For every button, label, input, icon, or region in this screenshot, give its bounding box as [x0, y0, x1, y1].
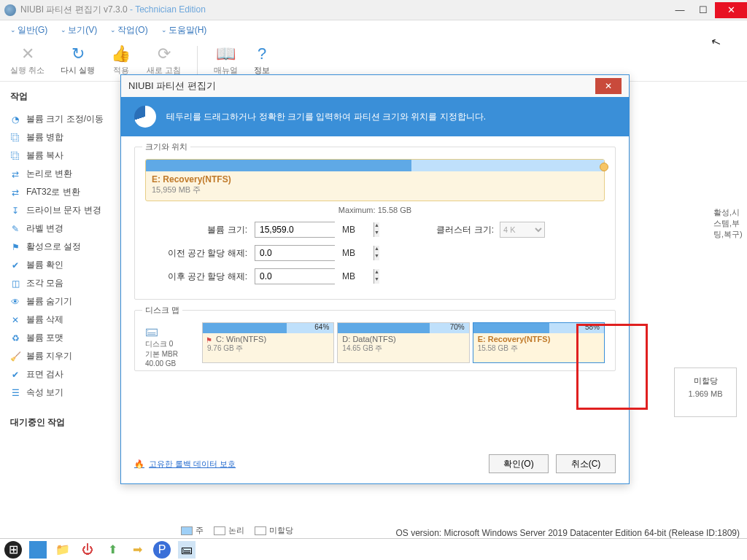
- size-position-group: 크기와 위치 E: Recovery(NTFS) 15,959 MB 주 Max…: [134, 147, 616, 300]
- sidebar: 작업 ◔볼륨 크기 조정/이동⿻볼륨 병합⿻볼륨 복사⇄논리로 변환⇄FAT32…: [0, 82, 115, 522]
- app-icon: [4, 4, 16, 16]
- refresh-button[interactable]: ⟳새로 고침: [147, 44, 181, 76]
- app-icon-3[interactable]: P: [153, 541, 171, 559]
- ok-button[interactable]: 확인(O): [489, 454, 549, 473]
- partition-flags-text: 활성,시스템,부팅,복구): [713, 207, 747, 240]
- partition-block[interactable]: 64%⚑C: Win(NTFS)9.76 GB 주: [202, 322, 334, 363]
- redo-button[interactable]: ↻다시 실행: [61, 44, 95, 76]
- rollback-link[interactable]: 🔥 고유한 롤백 데이터 보호: [134, 459, 236, 470]
- sidebar-icon: ☰: [10, 388, 20, 398]
- disk-map-group: 디스크 맵 🖴 디스크 0 기본 MBR 40.00 GB 64%⚑C: Win…: [134, 310, 616, 371]
- sidebar-item[interactable]: ◫조각 모음: [10, 274, 115, 292]
- cluster-size-label: 클러스터 크기:: [392, 224, 494, 236]
- maximize-button[interactable]: ☐: [692, 2, 715, 18]
- sidebar-item[interactable]: ✔표면 검사: [10, 365, 115, 384]
- sidebar-icon: ◫: [10, 279, 20, 289]
- cluster-size-select[interactable]: 4 K: [500, 222, 545, 238]
- menu-general[interactable]: ⌄일반(G): [10, 24, 47, 36]
- sidebar-item[interactable]: ✔볼륨 확인: [10, 256, 115, 274]
- niubi-taskbar-icon[interactable]: 🖴: [178, 541, 196, 559]
- space-before-input[interactable]: ▲▼: [255, 245, 335, 261]
- space-after-input[interactable]: ▲▼: [255, 268, 335, 284]
- menubar: ⌄일반(G) ⌄보기(V) ⌄작업(O) ⌄도움말(H): [0, 20, 747, 39]
- volume-size-input[interactable]: ▲▼: [255, 222, 335, 238]
- sidebar-item[interactable]: 🧹볼륨 지우기: [10, 347, 115, 365]
- app-icon-2[interactable]: ➡: [128, 541, 146, 559]
- slider-handle[interactable]: [600, 163, 608, 171]
- menu-view[interactable]: ⌄보기(V): [61, 24, 97, 36]
- power-icon[interactable]: ⏻: [79, 541, 96, 559]
- sidebar-item[interactable]: ↧드라이브 문자 변경: [10, 201, 115, 219]
- pending-header: 대기중인 작업: [10, 416, 115, 429]
- disk-icon: 🖴: [145, 324, 198, 339]
- sidebar-header: 작업: [10, 90, 115, 103]
- diskmap-legend: 디스크 맵: [142, 305, 182, 316]
- flag-icon: ⚑: [206, 336, 212, 344]
- sidebar-icon: ✎: [10, 224, 20, 234]
- sidebar-item[interactable]: ⇄논리로 변환: [10, 165, 115, 183]
- sidebar-icon: ↧: [10, 206, 20, 216]
- toolbar-separator: [197, 46, 198, 75]
- sidebar-icon: ⚑: [10, 242, 20, 252]
- unallocated-block[interactable]: 미할당 1.969 MB: [674, 368, 737, 417]
- sidebar-item[interactable]: ⇄FAT32로 변환: [10, 183, 115, 201]
- taskview-icon[interactable]: [29, 541, 47, 559]
- sidebar-icon: ⇄: [10, 187, 20, 198]
- space-before-label: 이전 공간 할당 해제:: [145, 247, 247, 260]
- status-bar: OS version: Microsoft Windows Server 201…: [395, 528, 740, 538]
- minimize-button[interactable]: —: [668, 2, 692, 18]
- group-legend: 크기와 위치: [142, 141, 190, 152]
- sidebar-item[interactable]: ◔볼륨 크기 조정/이동: [10, 110, 115, 128]
- resize-dialog: NIUBI 파티션 편집기 ✕ 테두리를 드래그하거나 정확한 크기를 입력하여…: [120, 74, 630, 484]
- start-button[interactable]: ⊞: [4, 541, 22, 559]
- sidebar-icon: 👁: [10, 297, 20, 307]
- sidebar-item[interactable]: ♻볼륨 포맷: [10, 329, 115, 347]
- space-after-label: 이후 공간 할당 해제:: [145, 271, 247, 283]
- volume-size-label: 볼륨 크기:: [145, 224, 247, 236]
- explorer-icon[interactable]: 📁: [54, 541, 71, 559]
- app-icon-1[interactable]: ⬆: [104, 541, 121, 559]
- fire-icon: 🔥: [134, 459, 144, 469]
- menu-action[interactable]: ⌄작업(O): [110, 24, 147, 36]
- window-title: NIUBI 파티션 편집기 v7.3.0 - Technician Editio…: [20, 4, 668, 16]
- partition-slider[interactable]: E: Recovery(NTFS) 15,959 MB 주: [145, 159, 605, 201]
- dialog-titlebar: NIUBI 파티션 편집기 ✕: [121, 75, 629, 97]
- partition-block[interactable]: 58%E: Recovery(NTFS)15.58 GB 주: [473, 322, 605, 363]
- sidebar-item[interactable]: ⿻볼륨 복사: [10, 147, 115, 165]
- dialog-close-button[interactable]: ✕: [595, 78, 622, 94]
- sidebar-item[interactable]: ⚑활성으로 설정: [10, 238, 115, 256]
- sidebar-icon: 🧹: [10, 351, 20, 362]
- sidebar-icon: ✔: [10, 260, 20, 271]
- sidebar-icon: ✔: [10, 370, 20, 380]
- sidebar-item[interactable]: 👁볼륨 숨기기: [10, 292, 115, 311]
- taskbar: ⊞ 📁 ⏻ ⬆ ➡ P 🖴: [0, 538, 747, 560]
- info-button[interactable]: ?정보: [254, 44, 270, 76]
- dialog-banner: 테두리를 드래그하거나 정확한 크기를 입력하여 파티션 크기와 위치를 지정합…: [121, 97, 629, 136]
- close-button[interactable]: ✕: [715, 2, 747, 18]
- pie-icon: [134, 106, 156, 128]
- sidebar-icon: ♻: [10, 333, 20, 343]
- menu-help[interactable]: ⌄도움말(H): [161, 24, 207, 36]
- apply-button[interactable]: 👍적용: [111, 44, 131, 76]
- titlebar: NIUBI 파티션 편집기 v7.3.0 - Technician Editio…: [0, 0, 747, 20]
- maximum-label: Maximum: 15.58 GB: [145, 206, 605, 214]
- sidebar-icon: ◔: [10, 114, 20, 125]
- sidebar-item[interactable]: ✎라벨 변경: [10, 219, 115, 238]
- sidebar-icon: ✕: [10, 315, 20, 325]
- manual-button[interactable]: 📖매뉴얼: [214, 44, 238, 76]
- cancel-button[interactable]: 취소(C): [556, 454, 616, 473]
- undo-button[interactable]: ✕실행 취소: [10, 44, 44, 76]
- sidebar-item[interactable]: ⿻볼륨 병합: [10, 128, 115, 147]
- sidebar-icon: ⿻: [10, 151, 20, 161]
- sidebar-icon: ⿻: [10, 133, 20, 143]
- sidebar-item[interactable]: ✕볼륨 삭제: [10, 311, 115, 329]
- sidebar-icon: ⇄: [10, 169, 20, 179]
- partition-block[interactable]: 70%D: Data(NTFS)14.65 GB 주: [337, 322, 469, 363]
- sidebar-item[interactable]: ☰속성 보기: [10, 384, 115, 402]
- disk-info: 🖴 디스크 0 기본 MBR 40.00 GB: [145, 322, 198, 363]
- legend-bar: 주 논리 미할당: [181, 522, 293, 538]
